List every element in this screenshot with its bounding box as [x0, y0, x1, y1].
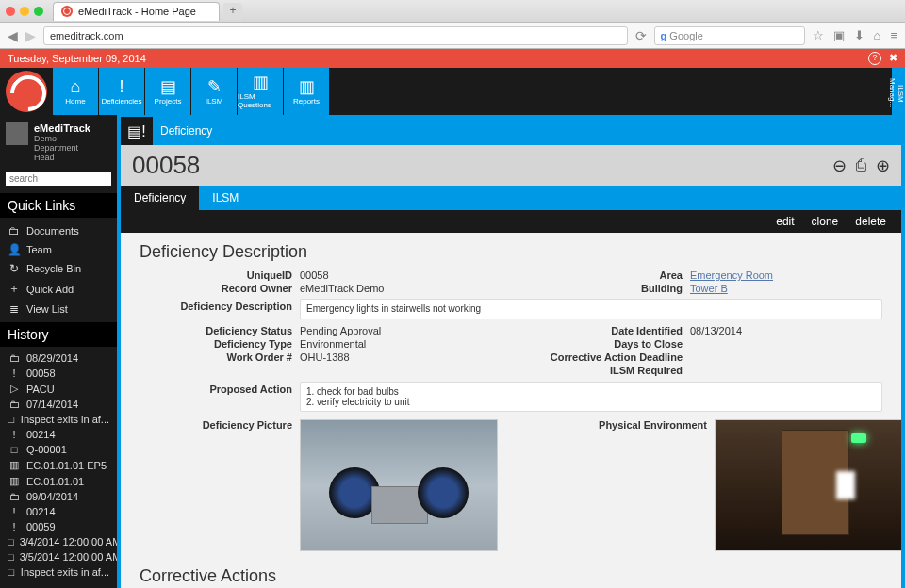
history-item-label: PACU	[26, 384, 55, 395]
history-item-icon: !	[8, 368, 21, 379]
history-item[interactable]: ▷ PACU	[0, 381, 117, 397]
browser-search-input[interactable]: g Google	[654, 26, 805, 45]
ilsm-icon: ✎	[207, 78, 222, 95]
delete-button[interactable]: delete	[855, 215, 886, 228]
minimize-window-icon[interactable]	[20, 7, 29, 16]
back-circle-icon[interactable]: ⊖	[832, 155, 847, 176]
history-item[interactable]: □ Q-00001	[0, 442, 117, 457]
history-item-label: 00059	[26, 521, 56, 532]
history-item[interactable]: 🗀 09/04/2014	[0, 489, 117, 504]
close-window-icon[interactable]	[6, 7, 15, 16]
browser-tab-bar: eMediTrack - Home Page +	[0, 0, 905, 23]
history-item-icon: !	[8, 506, 21, 517]
quicklink-view list[interactable]: ≣ View List	[0, 300, 117, 318]
current-date: Tuesday, September 09, 2014	[8, 53, 146, 64]
physical-environment-picture[interactable]	[715, 419, 901, 551]
history-item[interactable]: ▥ EC.01.01.01 EP5	[0, 457, 117, 473]
quicklink-documents[interactable]: 🗀 Documents	[0, 221, 117, 240]
history-item[interactable]: □ 3/5/2014 12:00:00 AM	[0, 549, 117, 564]
print-icon[interactable]: ⎙	[856, 155, 866, 176]
nav-deficiencies[interactable]: ! Deficiencies	[99, 68, 144, 115]
top-nav: ⌂ Home ! Deficiencies ▤ Projects ✎ ILSM …	[0, 68, 905, 115]
brand-name: eMediTrack	[34, 122, 90, 134]
menu-icon[interactable]: ≡	[890, 28, 897, 42]
sidebar-search-input[interactable]	[6, 172, 111, 186]
nav-label: ILSM	[206, 97, 223, 106]
nav-ilsm[interactable]: ✎ ILSM	[191, 68, 237, 115]
add-circle-icon[interactable]: ⊕	[876, 155, 890, 176]
new-tab-button[interactable]: +	[223, 3, 242, 20]
history-item[interactable]: ! 00058	[0, 366, 117, 381]
history-item[interactable]: □ Inspect exits in af...	[0, 412, 117, 427]
lbl-defpic: Deficiency Picture	[140, 419, 300, 551]
bookmark-icon[interactable]: ▣	[833, 28, 845, 42]
nav-ilsm questions[interactable]: ▥ ILSM Questions	[238, 68, 283, 115]
maximize-window-icon[interactable]	[34, 7, 43, 16]
browser-tab[interactable]: eMediTrack - Home Page	[53, 2, 220, 21]
history-item[interactable]: ! 00214	[0, 427, 117, 442]
tab-deficiency[interactable]: Deficiency	[121, 186, 199, 210]
brand-sub2: Department	[34, 143, 90, 153]
lbl-ilsmreq: ILSM Required	[530, 365, 690, 376]
history-item-icon: □	[8, 444, 21, 455]
nav-label: ILSM Questions	[238, 92, 283, 109]
val-area[interactable]: Emergency Room	[690, 270, 773, 281]
deficiency-picture[interactable]	[300, 419, 498, 551]
history-header: History	[0, 322, 117, 347]
quicklink-icon: ＋	[8, 281, 21, 297]
history-item[interactable]: □ 3/4/2014 12:00:00 AM	[0, 534, 117, 549]
nav-label: Projects	[155, 97, 182, 106]
star-icon[interactable]: ☆	[813, 28, 824, 42]
history-item[interactable]: □ Inspect exits in af...	[0, 564, 117, 580]
history-item[interactable]: ! 00214	[0, 504, 117, 519]
quicklink-label: Quick Add	[26, 284, 74, 295]
back-icon[interactable]: ◀	[8, 28, 18, 43]
lbl-workorder: Work Order #	[140, 351, 300, 363]
history-item[interactable]: ▥ EC.01.01.01	[0, 473, 117, 489]
history-item-label: Inspect exits in af...	[21, 566, 109, 578]
title-bar: 00058 ⊖ ⎙ ⊕	[121, 145, 901, 186]
val-proposed[interactable]: 1. check for bad bulbs 2. verify electri…	[300, 382, 882, 412]
nav-home[interactable]: ⌂ Home	[53, 68, 98, 115]
history-item-icon: 🗀	[8, 399, 21, 410]
nav-reports[interactable]: ▥ Reports	[284, 68, 329, 115]
history-item-icon: □	[8, 551, 14, 563]
history-item-icon: ▷	[8, 383, 21, 395]
deficiency-icon: ▤!	[121, 117, 153, 145]
quicklink-team[interactable]: 👤 Team	[0, 240, 117, 259]
download-icon[interactable]: ⬇	[854, 28, 864, 42]
tab-title: eMediTrack - Home Page	[78, 6, 196, 17]
quicklink-icon: 👤	[8, 243, 21, 256]
settings-icon[interactable]: ✖	[889, 52, 897, 65]
forward-icon[interactable]: ▶	[25, 28, 36, 43]
section-deficiency-description: Deficiency Description	[140, 242, 882, 262]
help-icon[interactable]: ?	[868, 52, 881, 65]
nav-projects[interactable]: ▤ Projects	[145, 68, 190, 115]
val-building[interactable]: Tower B	[690, 283, 728, 294]
history-item-label: Inspect exits in af...	[21, 414, 109, 425]
history-item[interactable]: 🗀 08/29/2014	[0, 351, 117, 366]
quicklink-icon: ≣	[8, 302, 21, 316]
app-logo-icon[interactable]	[6, 71, 47, 112]
history-item-icon: ▥	[8, 475, 21, 487]
ilsm-manager-tab[interactable]: ILSM Manag...	[892, 68, 905, 115]
val-defdesc[interactable]: Emergency lights in stairwells not worki…	[300, 299, 882, 319]
val-defstatus: Pending Approval	[300, 325, 381, 336]
lbl-defstatus: Deficiency Status	[140, 325, 300, 336]
record-action-bar: edit clone delete	[121, 210, 901, 233]
history-item[interactable]: ! 00059	[0, 519, 117, 534]
history-item-icon: 🗀	[8, 352, 21, 364]
edit-button[interactable]: edit	[776, 215, 794, 228]
quicklink-recycle bin[interactable]: ↻ Recycle Bin	[0, 259, 117, 278]
lbl-recordowner: Record Owner	[140, 283, 300, 294]
history-item[interactable]: 🗀 07/14/2014	[0, 397, 117, 412]
user-badge[interactable]: eMediTrack Demo Department Head	[0, 115, 117, 170]
tab-ilsm[interactable]: ILSM	[199, 186, 252, 210]
home-icon[interactable]: ⌂	[874, 28, 881, 42]
reload-icon[interactable]: ⟳	[635, 28, 647, 43]
lbl-daystoclose: Days to Close	[530, 338, 690, 350]
history-item-label: 07/14/2014	[26, 399, 78, 410]
clone-button[interactable]: clone	[812, 215, 839, 228]
quicklink-quick add[interactable]: ＋ Quick Add	[0, 278, 117, 300]
url-input[interactable]: emeditrack.com	[43, 26, 628, 45]
